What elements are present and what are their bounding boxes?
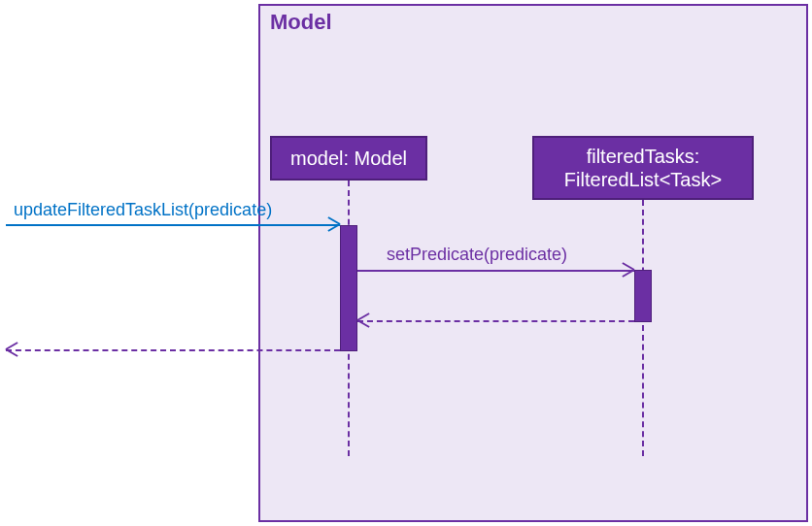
- msg-setpredicate-arrow: [357, 270, 634, 272]
- lifeline-filteredtasks: [642, 200, 644, 456]
- participant-filteredtasks: filteredTasks: FilteredList<Task>: [532, 136, 754, 200]
- return-model-arrow: [6, 349, 340, 351]
- participant-model-label: model: Model: [290, 147, 407, 170]
- msg-setpredicate-arrowhead: [619, 264, 634, 276]
- return-filteredtasks-arrowhead: [357, 314, 373, 326]
- msg-setpredicate-label: setPredicate(predicate): [387, 245, 567, 265]
- return-model-arrowhead: [6, 344, 21, 355]
- activation-model: [340, 225, 357, 351]
- frame-label: Model: [270, 10, 332, 35]
- return-filteredtasks-arrow: [357, 320, 634, 322]
- sequence-diagram: Model model: Model filteredTasks: Filter…: [0, 0, 812, 526]
- msg-update-arrowhead: [324, 218, 340, 230]
- participant-filteredtasks-label-1: filteredTasks:: [587, 145, 700, 168]
- participant-model: model: Model: [270, 136, 427, 181]
- participant-filteredtasks-label-2: FilteredList<Task>: [564, 168, 722, 191]
- msg-update-label: updateFilteredTaskList(predicate): [14, 200, 272, 220]
- activation-filteredtasks: [634, 270, 652, 322]
- msg-update-arrow: [6, 224, 340, 226]
